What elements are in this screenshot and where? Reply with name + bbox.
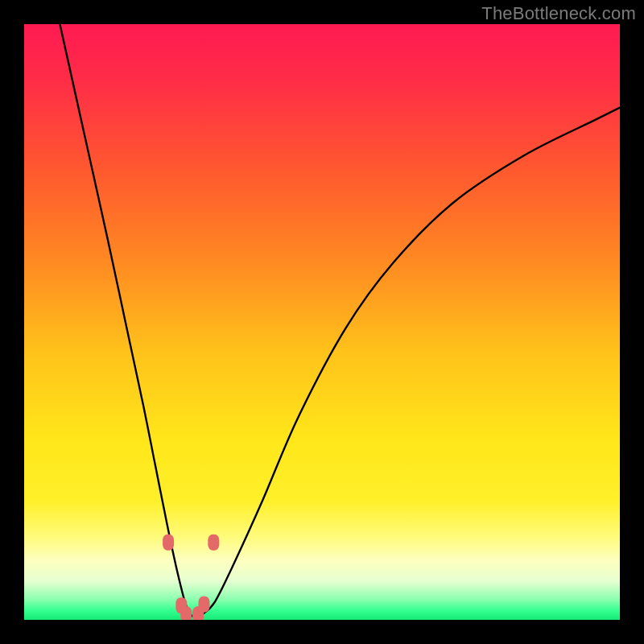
chart-layer bbox=[24, 24, 620, 620]
curve-marker bbox=[163, 535, 174, 551]
curve-marker bbox=[180, 606, 192, 620]
bottleneck-curve bbox=[60, 24, 620, 617]
curve-marker bbox=[192, 606, 204, 620]
watermark-text: TheBottleneck.com bbox=[481, 3, 636, 24]
plot-frame bbox=[24, 24, 620, 620]
curve-marker bbox=[208, 535, 219, 551]
